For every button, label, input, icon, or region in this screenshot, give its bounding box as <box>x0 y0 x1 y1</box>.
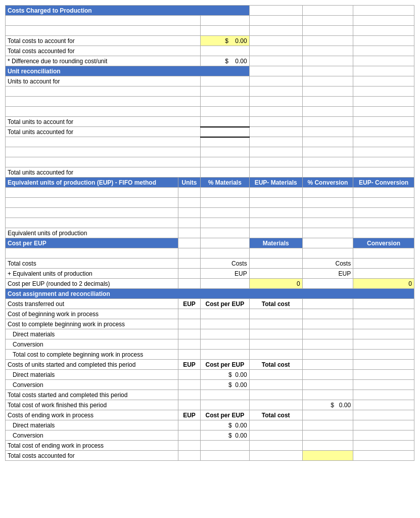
cost-per-eup-rounded-row: Cost per EUP (rounded to 2 decimals) 0 0 <box>6 279 414 289</box>
total-work-finished-label: Total cost of work finished this period <box>6 400 178 410</box>
direct-mat3-value: $ 0.00 <box>201 420 250 430</box>
rounding-diff-label: * Difference due to rounding cost/unit <box>6 56 201 66</box>
cost-per-eup-header-row: Cost per EUP Materials Conversion <box>6 238 414 248</box>
direct-mat3-row: Direct materials $ 0.00 <box>6 420 414 430</box>
equiv-units-eup-label2: EUP <box>302 269 353 279</box>
total-costs-value: $ 0.00 <box>201 36 250 46</box>
costs-transferred-row: Costs transferred out EUP Cost per EUP T… <box>6 299 414 309</box>
total-work-finished-row: Total cost of work finished this period … <box>6 400 414 410</box>
cost-complete-beg-wip-row: Cost to complete beginning work in proce… <box>6 319 414 329</box>
equiv-units-row: + Equivalent units of production EUP EUP <box>6 269 414 279</box>
total-costs-costs-label: Costs <box>201 258 250 269</box>
empty-cell <box>249 6 302 16</box>
cost-assign-header: Cost assignment and reconciliation <box>6 289 414 299</box>
empty-cell <box>353 6 414 16</box>
total-costs-accounted-row: Total costs accounted for <box>6 46 414 56</box>
unit-recon-header-row: Unit reconciliation <box>6 66 414 76</box>
total-costs-accounted-final-value <box>302 451 353 461</box>
unit2-empty3 <box>6 157 414 167</box>
cost-beg-wip-label: Cost of beginning work in process <box>6 309 178 319</box>
costs-transferred-eup: EUP <box>178 299 200 309</box>
eup-units-header: Units <box>178 178 200 188</box>
total-costs-label: Total costs to account for <box>6 36 201 46</box>
ending-wip-label: Costs of ending work in process <box>6 410 178 420</box>
direct-mat3-label: Direct materials <box>6 420 178 430</box>
cost-complete-beg-wip-label: Cost to complete beginning work in proce… <box>6 319 178 329</box>
conversion3-row: Conversion $ 0.00 <box>6 430 414 441</box>
eup-eup-mat-header: EUP- Materials <box>249 178 302 188</box>
cost-per-eup-mat-value: 0 <box>249 279 302 289</box>
total-units-account-row: Total units to account for <box>6 117 414 127</box>
eup-equiv-row: Equivalent units of production <box>6 228 414 238</box>
unit-empty1 <box>6 87 414 97</box>
unit2-empty2 <box>6 147 414 157</box>
unit-empty3 <box>6 107 414 117</box>
total-cost-complete-beg-row: Total cost to complete beginning work in… <box>6 350 414 360</box>
conversion2-row: Conversion $ 0.00 <box>6 380 414 390</box>
costs-charged-empty1 <box>6 16 414 26</box>
costs-transferred-cost-per-eup: Cost per EUP <box>201 299 250 309</box>
total-units-accounted-label: Total units accounted for <box>6 127 201 137</box>
units-started-cost-per-eup: Cost per EUP <box>201 360 250 370</box>
equiv-units-label: + Equivalent units of production <box>6 269 178 279</box>
total-units-accounted2-label: Total units accounted for <box>6 167 201 178</box>
costs-charged-empty2 <box>6 26 414 36</box>
conversion1-label: Conversion <box>6 339 178 350</box>
direct-mat2-label: Direct materials <box>6 370 178 380</box>
cost-beg-wip-row: Cost of beginning work in process <box>6 309 414 319</box>
conversion3-label: Conversion <box>6 430 178 441</box>
total-costs-started-row: Total costs started and completed this p… <box>6 390 414 400</box>
total-cost-complete-beg-label: Total cost to complete beginning work in… <box>6 350 178 360</box>
eup-pct-mat-header: % Materials <box>201 178 250 188</box>
eup-empty3 <box>6 208 414 218</box>
eup-eup-conv-header: EUP- Conversion <box>353 178 414 188</box>
eup-main-header: Equivalent units of production (EUP) - F… <box>6 178 178 188</box>
conversion2-value: $ 0.00 <box>201 380 250 390</box>
empty-cell <box>302 6 353 16</box>
cost-per-eup-conv-value: 0 <box>353 279 414 289</box>
total-costs-started-label: Total costs started and completed this p… <box>6 390 178 400</box>
units-account-row: Units to account for <box>6 76 414 87</box>
costs-charged-header: Costs Charged to Production <box>6 6 250 16</box>
total-costs-accounted-label: Total costs accounted for <box>6 46 201 56</box>
ending-wip-row: Costs of ending work in process EUP Cost… <box>6 410 414 420</box>
costs-transferred-total-cost: Total cost <box>249 299 302 309</box>
unit2-empty1 <box>6 137 414 147</box>
main-table: Costs Charged to Production Total costs … <box>5 5 414 461</box>
total-costs-row: Total costs Costs Costs <box>6 258 414 269</box>
cost-assign-header-row: Cost assignment and reconciliation <box>6 289 414 299</box>
direct-mat2-row: Direct materials $ 0.00 <box>6 370 414 380</box>
total-work-finished-value: $ 0.00 <box>302 400 353 410</box>
equiv-units-eup-label: EUP <box>201 269 250 279</box>
unit-recon-header: Unit reconciliation <box>6 66 250 76</box>
cost-per-eup-main-header: Cost per EUP <box>6 238 178 248</box>
units-account-label: Units to account for <box>6 76 201 87</box>
total-costs-label2: Total costs <box>6 258 178 269</box>
conversion2-label: Conversion <box>6 380 178 390</box>
units-started-completed-row: Costs of units started and completed thi… <box>6 360 414 370</box>
eup-pct-conv-header: % Conversion <box>302 178 353 188</box>
direct-mat1-label: Direct materials <box>6 329 178 339</box>
direct-mat2-value: $ 0.00 <box>201 370 250 380</box>
costs-transferred-label: Costs transferred out <box>6 299 178 309</box>
cost-per-eup-rounded-label: Cost per EUP (rounded to 2 decimals) <box>6 279 178 289</box>
costs-charged-header-row: Costs Charged to Production <box>6 6 414 16</box>
rounding-diff-value: $ 0.00 <box>201 56 250 66</box>
eup-empty1 <box>6 188 414 198</box>
direct-mat1-row: Direct materials <box>6 329 414 339</box>
eup-header-row: Equivalent units of production (EUP) - F… <box>6 178 414 188</box>
eup-empty4 <box>6 218 414 228</box>
total-units-accounted2-row: Total units accounted for <box>6 167 414 178</box>
cost-eup-empty1 <box>6 248 414 258</box>
unit-empty2 <box>6 97 414 107</box>
total-units-account-label: Total units to account for <box>6 117 201 127</box>
total-costs-costs-label2: Costs <box>302 258 353 269</box>
total-ending-wip-label: Total cost of ending work in process <box>6 441 178 451</box>
total-costs-accounted-final-label: Total costs accounted for <box>6 451 178 461</box>
eup-empty2 <box>6 198 414 208</box>
eup-equiv-label: Equivalent units of production <box>6 228 178 238</box>
units-started-completed-label: Costs of units started and completed thi… <box>6 360 178 370</box>
total-ending-wip-row: Total cost of ending work in process <box>6 441 414 451</box>
ending-wip-cost-per-eup: Cost per EUP <box>201 410 250 420</box>
conversion3-value: $ 0.00 <box>201 430 250 441</box>
